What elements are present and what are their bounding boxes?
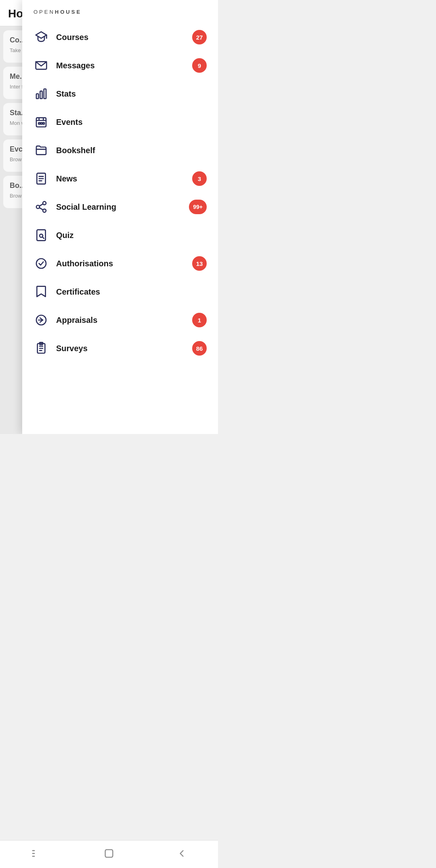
svg-line-20 bbox=[39, 208, 43, 210]
nav-item-appraisals[interactable]: Appraisals 1 bbox=[22, 306, 218, 334]
brand-part1: OPEN bbox=[34, 9, 55, 15]
nav-item-surveys[interactable]: Surveys 86 bbox=[22, 334, 218, 362]
svg-rect-9 bbox=[38, 122, 40, 124]
nav-item-news[interactable]: News 3 bbox=[22, 164, 218, 193]
badge-authorisations: 13 bbox=[192, 256, 207, 271]
nav-item-quiz[interactable]: Quiz bbox=[22, 221, 218, 249]
clipboard-icon bbox=[34, 341, 49, 356]
arrow-circle-icon bbox=[34, 312, 49, 328]
brand-logo: OPENHOUSE bbox=[22, 0, 218, 19]
nav-label-appraisals: Appraisals bbox=[56, 316, 192, 325]
nav-item-bookshelf[interactable]: Bookshelf bbox=[22, 136, 218, 164]
badge-surveys: 86 bbox=[192, 341, 207, 356]
nav-label-quiz: Quiz bbox=[56, 231, 207, 240]
side-nav-overlay: OPENHOUSE Courses 27 Messages 9 Stats bbox=[22, 0, 218, 434]
svg-rect-2 bbox=[36, 94, 38, 99]
document-icon bbox=[34, 171, 49, 186]
svg-rect-11 bbox=[43, 122, 44, 124]
graduation-cap-icon bbox=[34, 29, 49, 45]
nav-item-social-learning[interactable]: Social Learning 99+ bbox=[22, 193, 218, 221]
brand-part2: HOUSE bbox=[55, 9, 82, 15]
bar-chart-icon bbox=[34, 86, 49, 101]
badge-news: 3 bbox=[192, 171, 207, 186]
nav-label-bookshelf: Bookshelf bbox=[56, 146, 207, 155]
svg-line-24 bbox=[42, 237, 44, 238]
nav-item-courses[interactable]: Courses 27 bbox=[22, 23, 218, 51]
search-doc-icon bbox=[34, 228, 49, 243]
share-icon bbox=[34, 199, 49, 215]
nav-label-courses: Courses bbox=[56, 33, 192, 42]
nav-label-events: Events bbox=[56, 118, 207, 127]
nav-item-messages[interactable]: Messages 9 bbox=[22, 51, 218, 80]
calendar-icon bbox=[34, 114, 49, 130]
svg-rect-22 bbox=[37, 230, 45, 241]
nav-label-surveys: Surveys bbox=[56, 344, 192, 353]
nav-list: Courses 27 Messages 9 Stats Events bbox=[22, 19, 218, 379]
badge-messages: 9 bbox=[192, 58, 207, 73]
svg-rect-10 bbox=[41, 122, 42, 124]
svg-line-21 bbox=[39, 204, 43, 206]
bookmark-icon bbox=[34, 284, 49, 299]
nav-label-authorisations: Authorisations bbox=[56, 259, 192, 268]
badge-courses: 27 bbox=[192, 30, 207, 44]
nav-label-stats: Stats bbox=[56, 89, 207, 99]
nav-label-news: News bbox=[56, 174, 192, 183]
svg-rect-4 bbox=[44, 89, 46, 99]
badge-appraisals: 1 bbox=[192, 313, 207, 327]
check-circle-icon bbox=[34, 256, 49, 271]
nav-item-stats[interactable]: Stats bbox=[22, 80, 218, 108]
envelope-icon bbox=[34, 58, 49, 73]
badge-social-learning: 99+ bbox=[189, 200, 207, 214]
nav-item-authorisations[interactable]: Authorisations 13 bbox=[22, 249, 218, 278]
nav-label-social-learning: Social Learning bbox=[56, 202, 189, 212]
svg-point-25 bbox=[36, 259, 46, 268]
nav-label-messages: Messages bbox=[56, 61, 192, 70]
nav-label-certificates: Certificates bbox=[56, 287, 207, 297]
nav-item-events[interactable]: Events bbox=[22, 108, 218, 136]
svg-rect-3 bbox=[40, 91, 42, 99]
nav-item-certificates[interactable]: Certificates bbox=[22, 278, 218, 306]
folder-icon bbox=[34, 143, 49, 158]
